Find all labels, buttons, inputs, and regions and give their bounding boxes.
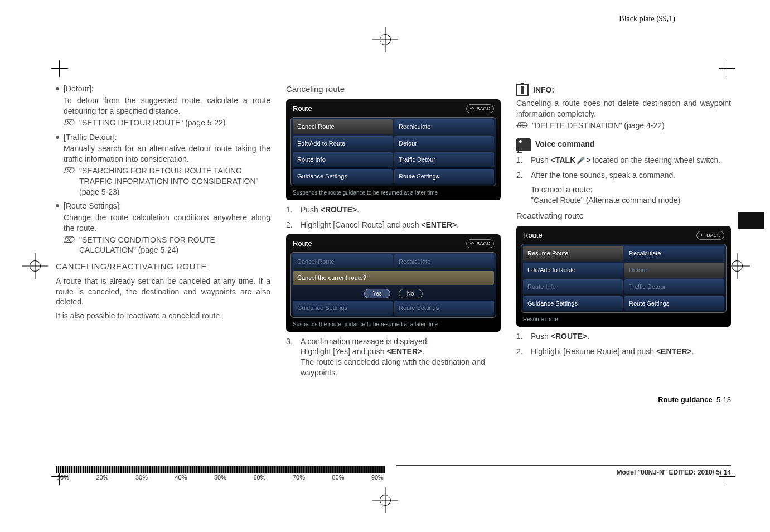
menu-item: Guidance Settings: [523, 296, 623, 311]
menu-item: Recalculate: [394, 254, 494, 269]
registration-mark-bottom: [372, 487, 398, 513]
menu-item: Detour: [624, 263, 724, 278]
ruler-label: 50%: [214, 474, 226, 481]
step-number: 2.: [286, 220, 295, 230]
step-text: Push <ROUTE>.: [301, 205, 501, 215]
screenshot-footer: Suspends the route guidance to be resume…: [290, 318, 496, 330]
screenshot-title: Route: [293, 239, 312, 249]
ruler-label: 90%: [371, 474, 384, 481]
column-left: [Detour]: To detour from the suggested r…: [56, 84, 270, 383]
reference-text: "SETTING DETOUR ROUTE" (page 5-22): [79, 118, 270, 129]
menu-item: Cancel Route: [293, 254, 393, 269]
back-button: ↶ BACK: [696, 231, 724, 240]
menu-item: Recalculate: [394, 119, 494, 134]
screenshot-confirm-cancel: Route ↶ BACK Cancel Route Recalculate Ca…: [286, 234, 501, 331]
reference-icon: ⌦: [64, 166, 75, 197]
body-text: It is also possible to reactivate a canc…: [56, 311, 270, 321]
menu-item: Route Info: [523, 279, 623, 294]
info-label: INFO:: [533, 85, 554, 95]
step-text: After the tone sounds, speak a command.: [531, 170, 731, 181]
step-text: A confirmation message is displayed. Hig…: [301, 336, 501, 379]
column-middle: Canceling route Route ↶ BACK Cancel Rout…: [286, 84, 501, 383]
ruler-label: 80%: [332, 474, 344, 481]
ruler-label: 20%: [96, 474, 108, 481]
screenshot-title: Route: [523, 230, 543, 240]
menu-item: Route Settings: [394, 169, 494, 184]
list-item-body: Manually search for an alternative detou…: [64, 143, 270, 165]
screenshot-footer: Suspends the route guidance to be resume…: [290, 186, 496, 198]
note-text: To cancel a route:: [531, 185, 731, 195]
step-number: 3.: [286, 336, 295, 379]
talk-icon: 🎤: [577, 156, 585, 165]
subheading: Reactivating route: [516, 210, 731, 221]
bullet-icon: [56, 204, 59, 207]
black-plate-label: Black plate (99,1): [619, 14, 675, 23]
reference-text: "SEARCHING FOR DETOUR ROUTE TAKING TRAFF…: [79, 166, 270, 197]
menu-item: Route Info: [293, 152, 393, 167]
ruler-label: 70%: [293, 474, 305, 481]
note-text: "Cancel Route" (Alternate command mode): [531, 195, 731, 206]
registration-mark-left: [22, 253, 48, 279]
step-number: 2.: [516, 346, 525, 357]
ruler-label: 60%: [253, 474, 265, 481]
menu-item: Traffic Detour: [624, 279, 724, 294]
list-item-title: [Detour]:: [64, 84, 270, 94]
reference-text: "SETTING CONDITIONS FOR ROUTE CALCULATIO…: [79, 235, 270, 256]
ruler-label: 10%: [57, 474, 69, 481]
column-right: INFO: Canceling a route does not delete …: [516, 84, 731, 383]
reference-icon: ⌦: [516, 121, 527, 132]
section-tab: [738, 212, 764, 229]
voice-icon: [516, 138, 531, 151]
menu-item: Traffic Detour: [394, 152, 494, 167]
page-footer-title: Route guidance 5-13: [658, 395, 731, 404]
section-heading: CANCELING/REACTIVATING ROUTE: [56, 261, 270, 272]
crop-mark: [719, 60, 735, 77]
crop-mark: [51, 60, 68, 77]
reference-icon: ⌦: [64, 235, 75, 256]
no-button: No: [399, 289, 423, 299]
info-body: Canceling a route does not delete destin…: [516, 98, 731, 119]
step-number: 1.: [286, 205, 295, 215]
menu-item: Resume Route: [523, 246, 623, 261]
step-text: Push <ROUTE>.: [531, 331, 731, 342]
confirm-message: Cancel the current route?: [293, 271, 494, 285]
step-text: Highlight [Cancel Route] and push <ENTER…: [301, 220, 501, 230]
reference-text: "DELETE DESTINATION" (page 4-22): [532, 120, 731, 132]
step-number: 1.: [516, 155, 525, 166]
density-ruler: 10%20%30%40%50%60%70%80%90%: [56, 466, 385, 478]
back-button: ↶ BACK: [466, 104, 494, 113]
list-item-body: Change the route calculation conditions …: [64, 212, 270, 234]
menu-item: Guidance Settings: [293, 169, 393, 184]
list-item-title: [Traffic Detour]:: [64, 132, 270, 143]
back-button: ↶ BACK: [466, 239, 494, 248]
menu-item: Route Settings: [624, 296, 724, 311]
step-number: 1.: [516, 331, 525, 342]
screenshot-route-menu: Route ↶ BACK Cancel RouteRecalculateEdit…: [286, 99, 501, 200]
screenshot-resume-route: Route ↶ BACK Resume RouteRecalculateEdit…: [516, 226, 731, 326]
menu-item: Recalculate: [624, 246, 724, 261]
step-text: Highlight [Resume Route] and push <ENTER…: [531, 346, 731, 357]
yes-button: Yes: [364, 289, 390, 299]
info-icon: [516, 84, 529, 96]
screenshot-title: Route: [293, 104, 312, 114]
step-text: Push <TALK🎤> located on the steering whe…: [531, 155, 731, 166]
ruler-label: 30%: [135, 474, 148, 481]
bullet-icon: [56, 87, 59, 90]
voice-label: Voice command: [535, 139, 594, 149]
reference-icon: ⌦: [64, 118, 75, 129]
body-text: A route that is already set can be cance…: [56, 276, 270, 308]
menu-item: Edit/Add to Route: [523, 263, 623, 278]
list-item-body: To detour from the suggested route, calc…: [64, 95, 270, 117]
menu-item: Guidance Settings: [293, 301, 393, 316]
menu-item: Route Settings: [394, 301, 494, 316]
model-footer: Model "08NJ-N" EDITED: 2010/ 5/ 14: [396, 465, 731, 476]
menu-item: Detour: [394, 136, 494, 151]
bullet-icon: [56, 136, 59, 139]
screenshot-footer: Resume route: [521, 313, 727, 325]
list-item-title: [Route Settings]:: [64, 201, 270, 211]
menu-item: Edit/Add to Route: [293, 136, 393, 151]
menu-item: Cancel Route: [293, 119, 393, 134]
ruler-label: 40%: [175, 474, 187, 481]
subheading: Canceling route: [286, 84, 501, 95]
registration-mark-top: [372, 27, 398, 52]
